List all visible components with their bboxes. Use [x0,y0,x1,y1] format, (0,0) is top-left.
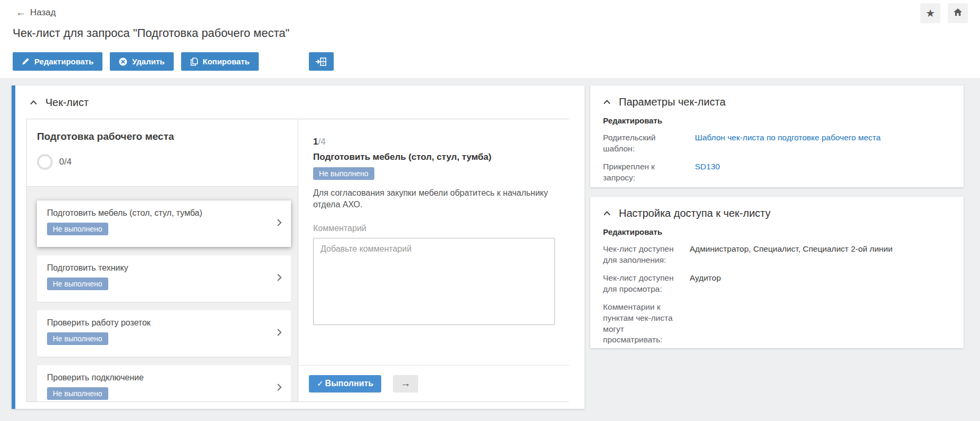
list-item[interactable]: Подготовить технику Не выполнено [37,255,291,302]
page-title: Чек-лист для запроса "Подготовка рабочег… [13,26,289,40]
next-item-button[interactable]: → [393,375,418,393]
request-link[interactable]: SD130 [695,161,951,184]
chevron-right-icon [276,273,282,284]
item-label: Проверить подключение [47,373,270,382]
toolbar: Редактировать Удалить Копировать [13,52,334,71]
parent-template-link[interactable]: Шаблон чек-листа по подготовке рабочего … [695,132,951,155]
favorite-button[interactable]: ★ [920,3,940,23]
checklist-inner-box: Подготовка рабочего места 0/4 Подготовит… [26,119,569,402]
edit-label: Редактировать [34,57,93,66]
params-card: Параметры чек-листа Редактировать Родите… [590,85,964,187]
access-label: Чек-лист доступен для просмотра: [603,273,682,295]
access-label: Комментарии к пунктам чек-листа могут пр… [603,302,682,346]
checklist-card: Чек-лист Подготовка рабочего места 0/4 П… [12,85,585,409]
item-label: Подготовить мебель (стол, стул, тумба) [47,208,270,218]
copy-icon [190,58,198,66]
status-badge: Не выполнено [313,167,374,180]
chevron-up-icon [603,211,611,216]
item-detail-title: Подготовить мебель (стол, стул, тумба) [313,152,554,162]
item-label: Подготовить технику [47,263,270,273]
item-description: Для согласования закупки мебели обратите… [313,187,557,210]
back-link[interactable]: ← Назад [16,7,56,18]
attach-to-request-button[interactable] [309,52,334,71]
delete-label: Удалить [132,57,165,66]
param-row: Прикреплен к запросу: SD130 [603,161,951,184]
access-row: Чек-лист доступен для заполнения: Админи… [603,244,951,266]
home-button[interactable] [948,3,968,23]
item-detail-panel: 1/4 Подготовить мебель (стол, стул, тумб… [298,119,569,401]
top-actions: ★ [920,3,968,23]
copy-label: Копировать [203,57,250,66]
chevron-up-icon [30,100,37,106]
access-card: Настройка доступа к чек-листу Редактиров… [590,197,964,348]
params-edit-link[interactable]: Редактировать [603,116,662,125]
progress-row: 0/4 [37,154,298,170]
access-value: Аудитор [690,273,951,295]
param-label: Родительский шаблон: [603,132,687,155]
item-detail-footer: ✓ Выполнить → [298,365,569,401]
circle-x-icon [119,58,127,66]
home-icon [953,7,963,20]
arrow-left-icon: ← [16,7,26,18]
arrow-into-cabinet-icon [315,57,327,66]
comment-input[interactable] [313,238,555,325]
status-badge: Не выполнено [47,278,108,290]
edit-button[interactable]: Редактировать [13,52,102,71]
access-value: Администратор, Специалист, Специалист 2-… [690,244,951,266]
checklist-panel-title: Чек-лист [45,97,89,109]
status-badge: Не выполнено [47,332,108,345]
item-counter: 1/4 [313,137,554,147]
checklist-list-column: Подготовка рабочего места 0/4 Подготовит… [27,119,298,401]
access-edit-link[interactable]: Редактировать [603,227,662,236]
checklist-collapse-toggle[interactable]: Чек-лист [30,97,89,109]
item-counter-total: /4 [318,137,325,147]
list-item[interactable]: Проверить подключение Не выполнено [37,365,291,401]
params-panel-title: Параметры чек-листа [619,96,725,108]
checklist-name: Подготовка рабочего места [37,131,298,142]
complete-button[interactable]: ✓ Выполнить [309,375,381,393]
access-row: Чек-лист доступен для просмотра: Аудитор [603,273,951,295]
chevron-right-icon [276,218,282,229]
access-panel-title: Настройка доступа к чек-листу [619,207,770,219]
complete-label: Выполнить [325,379,374,388]
check-icon: ✓ [317,379,324,388]
progress-ring [37,154,53,170]
params-collapse-toggle[interactable]: Параметры чек-листа [603,96,951,108]
param-label: Прикреплен к запросу: [603,161,687,184]
access-collapse-toggle[interactable]: Настройка доступа к чек-листу [603,207,951,219]
copy-button[interactable]: Копировать [181,52,259,71]
list-item[interactable]: Подготовить мебель (стол, стул, тумба) Н… [37,200,291,247]
progress-count: 0/4 [59,157,72,167]
checklist-list-header: Подготовка рабочего места 0/4 [27,119,298,186]
status-badge: Не выполнено [47,387,108,400]
status-badge: Не выполнено [47,223,108,235]
access-row: Комментарии к пунктам чек-листа могут пр… [603,302,951,346]
pencil-icon [22,58,30,65]
access-value [690,302,951,346]
access-label: Чек-лист доступен для заполнения: [603,244,682,266]
param-row: Родительский шаблон: Шаблон чек-листа по… [603,132,951,155]
chevron-right-icon [276,328,282,339]
star-icon: ★ [926,8,935,18]
chevron-right-icon [276,382,282,394]
arrow-right-icon: → [401,378,411,389]
checklist-items-list[interactable]: Подготовить мебель (стол, стул, тумба) Н… [27,186,298,401]
delete-button[interactable]: Удалить [110,52,174,71]
list-item[interactable]: Проверить работу розеток Не выполнено [37,310,291,357]
item-label: Проверить работу розеток [47,318,270,328]
back-label: Назад [30,7,56,18]
chevron-up-icon [603,99,611,105]
comment-label: Комментарий [313,224,554,233]
